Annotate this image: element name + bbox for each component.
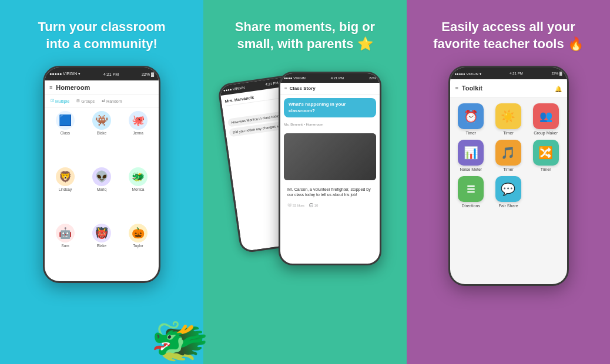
multiple-icon: ☑ — [51, 99, 54, 103]
avatar: 🐙 — [129, 111, 148, 130]
tool-timer-label-1: Timer — [466, 131, 477, 135]
panel-1-title: Turn your classroom into a community! — [38, 19, 165, 52]
comments-count: 💬 10 — [309, 203, 318, 207]
student-name: Sam — [61, 244, 69, 248]
class-story-header: ≡ Class Story — [280, 83, 380, 95]
front-carrier: ●●●● VIRGIN — [284, 76, 306, 80]
homeroom-header: ≡ Homeroom — [45, 80, 159, 95]
back-time: 4:21 PM — [265, 81, 279, 86]
front-battery: 22% — [369, 76, 376, 80]
toolkit-grid: ⏰ Timer ☀️ Timer 👥 Group Maker 📊 Noise M… — [450, 97, 567, 214]
chat-messages: What's happening in your classroom? Ms. … — [280, 95, 380, 264]
list-item[interactable]: 🟦 Class — [48, 111, 82, 165]
avatar: 🦁 — [56, 167, 75, 186]
filter-multiple-label: Multiple — [55, 99, 69, 103]
list-item[interactable]: 👾 Blake — [85, 111, 119, 165]
student-name: Blake — [97, 131, 106, 135]
student-name: Class — [61, 131, 70, 135]
toolkit-time: 4:21 PM — [510, 72, 522, 75]
class-story-title: Class Story — [290, 86, 316, 91]
tool-shuffle-icon: 🔀 — [533, 140, 559, 166]
panel-toolkit: Easily access all your favorite teacher … — [407, 0, 610, 364]
avatar: 👽 — [92, 167, 111, 186]
homeroom-title-text: Homeroom — [56, 84, 90, 91]
filter-multiple[interactable]: ☑ Multiple — [48, 97, 72, 105]
avatar: 👾 — [92, 111, 111, 130]
story-prompt: What's happening in your classroom? — [284, 98, 376, 117]
list-item[interactable]: 🐲 Monica — [121, 167, 155, 221]
tool-timer-label-6: Timer — [541, 167, 551, 171]
phone-mockup-front: ●●●● VIRGIN 4:21 PM 22% ≡ Class Story Wh… — [279, 72, 381, 265]
student-grid: 🟦 Class 👾 Blake 🐙 Jenna — [45, 107, 159, 281]
battery-label: 22% ▓ — [142, 72, 154, 76]
groups-icon: ⊞ — [76, 99, 80, 103]
story-image: ▶ — [284, 133, 376, 180]
list-item[interactable]: 👽 Mariq — [85, 167, 119, 221]
avatar: 👹 — [92, 224, 111, 242]
carrier-label: ●●●●● VIRGIN ▾ — [49, 72, 81, 76]
filter-groups[interactable]: ⊞ Groups — [74, 97, 97, 105]
avatar: 🤖 — [56, 224, 75, 242]
tool-pair-share[interactable]: 💬 Pair Share — [492, 176, 525, 208]
tool-pair-share-icon: 💬 — [495, 176, 521, 202]
front-time: 4:21 PM — [331, 76, 344, 80]
filter-tabs: ☑ Multiple ⊞ Groups ⇄ Random — [45, 95, 159, 107]
status-bar-1: ●●●●● VIRGIN ▾ 4:21 PM 22% ▓ — [45, 68, 159, 80]
class-story-screen: ●●●● VIRGIN 4:21 PM 22% ≡ Class Story Wh… — [280, 73, 380, 264]
time-label: 4:21 PM — [103, 72, 119, 76]
tool-noise-meter[interactable]: 📊 Noise Meter — [455, 140, 488, 171]
tool-timer-1[interactable]: ⏰ Timer — [455, 103, 488, 135]
avatar: 🐲 — [129, 167, 148, 186]
bell-icon[interactable]: 🔔 — [555, 86, 562, 92]
list-item[interactable]: 🎃 Taylor — [121, 224, 155, 278]
tool-music[interactable]: 🎵 Timer — [492, 140, 525, 171]
tool-group-label: Group Maker — [534, 131, 558, 135]
tool-directions[interactable]: ☰ Directions — [455, 176, 488, 208]
tool-timer-icon-1: ⏰ — [458, 103, 484, 129]
tool-pair-share-label: Pair Share — [498, 204, 518, 208]
toolkit-screen: ●●●●● VIRGIN ▾ 4:21 PM 22% ▓ ≡ Toolkit 🔔… — [450, 68, 567, 284]
panel-2-title: Share moments, big or small, with parent… — [235, 19, 375, 52]
tool-group-icon: 👥 — [533, 103, 559, 129]
filter-random[interactable]: ⇄ Random — [99, 97, 124, 105]
list-item[interactable]: 🐙 Jenna — [121, 111, 155, 165]
tool-sun-icon: ☀️ — [495, 103, 521, 129]
tool-timer-label-2: Timer — [503, 131, 514, 135]
hamburger-icon[interactable]: ≡ — [49, 85, 52, 90]
panel-share: Share moments, big or small, with parent… — [203, 0, 407, 364]
reaction-bar: 🤍 33 likes 💬 10 — [284, 202, 376, 208]
student-name: Monica — [132, 187, 145, 191]
tool-music-icon: 🎵 — [495, 140, 521, 166]
phone-mockup-3: ●●●●● VIRGIN ▾ 4:21 PM 22% ▓ ≡ Toolkit 🔔… — [448, 66, 569, 286]
panel-community: Turn your classroom into a community! ●●… — [0, 0, 203, 364]
tool-directions-label: Directions — [462, 204, 480, 208]
student-name: Taylor — [133, 244, 143, 248]
tool-noise-label: Noise Meter — [460, 167, 482, 171]
notification-bell-container: 🔔 — [555, 83, 562, 93]
toolkit-header: ≡ Toolkit 🔔 — [450, 79, 567, 97]
tool-timer-label-5: Timer — [503, 167, 514, 171]
student-name: Mariq — [97, 187, 106, 191]
student-name: Jenna — [133, 131, 143, 135]
tool-directions-icon: ☰ — [458, 176, 484, 202]
random-icon: ⇄ — [102, 99, 105, 103]
student-name: Blake — [97, 244, 106, 248]
tool-noise-icon: 📊 — [458, 140, 484, 166]
list-item[interactable]: 🤖 Sam — [48, 224, 82, 278]
phones-container: ●●●● VIRGIN 4:21 PM 22% Mrs. Harvancik H… — [229, 66, 381, 283]
student-name: Lindsay — [59, 187, 72, 191]
toolkit-carrier: ●●●●● VIRGIN ▾ — [455, 72, 481, 76]
list-item[interactable]: 👹 Blake — [85, 224, 119, 278]
phone-mockup-1: ●●●●● VIRGIN ▾ 4:21 PM 22% ▓ ≡ Homeroom … — [43, 66, 160, 283]
tool-timer-2[interactable]: ☀️ Timer — [492, 103, 525, 135]
panel-3-title: Easily access all your favorite teacher … — [433, 19, 584, 52]
toolkit-menu-icon[interactable]: ≡ — [455, 85, 458, 91]
list-item[interactable]: 🦁 Lindsay — [48, 167, 82, 221]
likes-count: 🤍 33 likes — [287, 203, 304, 207]
tool-shuffle[interactable]: 🔀 Timer — [529, 140, 562, 171]
back-carrier: ●●●● VIRGIN — [223, 86, 245, 92]
mascot-character: 🐲 — [150, 317, 209, 364]
story-caption: Mr. Carson, a volunteer firefighter, sto… — [284, 185, 376, 199]
tool-group-maker[interactable]: 👥 Group Maker — [529, 103, 562, 135]
avatar: 🎃 — [129, 224, 148, 242]
